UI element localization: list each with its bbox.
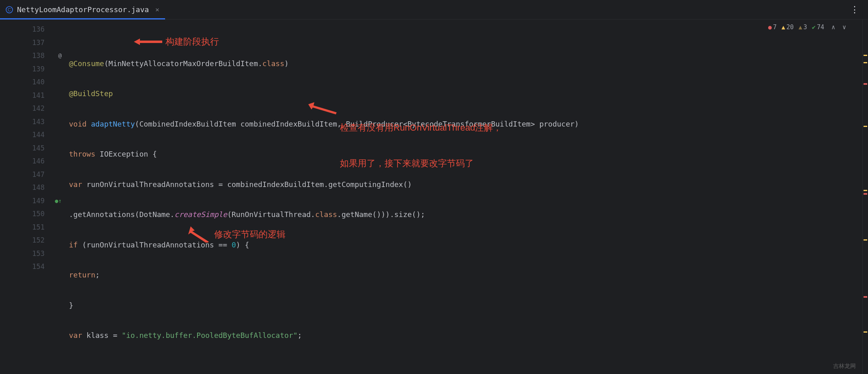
line-number: 141 — [0, 89, 69, 102]
line-number: 140 — [0, 75, 69, 89]
code-line: return; — [69, 269, 862, 282]
inspection-weak-warnings[interactable]: ▲3 — [799, 24, 807, 31]
code-line: @Consume(MinNettyAllocatorMaxOrderBuildI… — [69, 57, 862, 70]
close-icon[interactable]: ✕ — [155, 6, 159, 13]
error-stripe[interactable] — [862, 19, 868, 374]
watermark: 吉林龙网 — [833, 363, 856, 370]
line-number: 143 — [0, 115, 69, 129]
line-number: 142 — [0, 102, 69, 115]
code-line: var klass = "io.netty.buffer.PooledByteB… — [69, 329, 862, 342]
java-class-icon: C — [6, 6, 13, 13]
code-line: .getAnnotations(DotName.createSimple(Run… — [69, 208, 862, 221]
line-number: 137 — [0, 36, 69, 49]
line-number: 146 — [0, 155, 69, 168]
code-line — [69, 359, 862, 372]
code-line: var runOnVirtualThreadAnnotations = comb… — [69, 178, 862, 191]
code-line: void adaptNetty(CombinedIndexBuildItem c… — [69, 117, 862, 131]
implement-gutter-icon[interactable]: ●↑ — [55, 198, 62, 204]
line-gutter: 136 137 138@ 139 140 141 142 143 144 145… — [0, 19, 69, 374]
code-area[interactable]: ●7 ▲20 ▲3 ✔74 ∧ ∨ @Consume(MinNettyAlloc… — [69, 19, 862, 374]
svg-marker-2 — [134, 39, 162, 45]
svg-text:C: C — [8, 7, 11, 12]
line-number: 144 — [0, 128, 69, 142]
line-number: 149●↑ — [0, 194, 69, 208]
tab-file[interactable]: C NettyLoomAdaptorProcessor.java ✕ — [0, 0, 165, 19]
line-number: 138@ — [0, 49, 69, 62]
inspection-warnings[interactable]: ▲20 — [782, 24, 794, 31]
code-editor[interactable]: 136 137 138@ 139 140 141 142 143 144 145… — [0, 19, 868, 374]
inspection-errors[interactable]: ●7 — [768, 24, 777, 31]
line-number: 153 — [0, 247, 69, 260]
line-number: 150 — [0, 207, 69, 221]
inspection-widget[interactable]: ●7 ▲20 ▲3 ✔74 ∧ ∨ — [768, 24, 846, 31]
line-number: 152 — [0, 234, 69, 247]
line-number: 147 — [0, 168, 69, 181]
annotation-build-step: 构建阶段执行 — [134, 36, 219, 48]
inspection-next-icon[interactable]: ∨ — [842, 24, 846, 31]
line-number: 148 — [0, 181, 69, 194]
code-line: throws IOException { — [69, 148, 862, 161]
arrow-icon — [308, 102, 337, 114]
inspection-ok[interactable]: ✔74 — [812, 24, 824, 31]
line-number: 136 — [0, 23, 69, 36]
svg-marker-3 — [308, 102, 337, 114]
line-number: 139 — [0, 62, 69, 76]
annotation-check-runonvirtualthread: 检查有没有用RunOnVirtualThread注解， 如果用了，接下来就要改字… — [308, 101, 502, 191]
tab-bar: C NettyLoomAdaptorProcessor.java ✕ ⋮ — [0, 0, 868, 19]
line-number: 151 — [0, 221, 69, 234]
inspection-prev-icon[interactable]: ∧ — [831, 24, 835, 31]
code-line: } — [69, 299, 862, 312]
arrow-icon — [134, 38, 162, 46]
code-line: if (runOnVirtualThreadAnnotations == 0) … — [69, 238, 862, 251]
code-line: @BuildStep — [69, 87, 862, 101]
override-gutter-icon[interactable]: @ — [58, 52, 62, 59]
line-number: 154 — [0, 260, 69, 273]
more-menu-icon[interactable]: ⋮ — [842, 4, 868, 15]
tab-filename: NettyLoomAdaptorProcessor.java — [17, 5, 149, 14]
line-number: 145 — [0, 142, 69, 155]
